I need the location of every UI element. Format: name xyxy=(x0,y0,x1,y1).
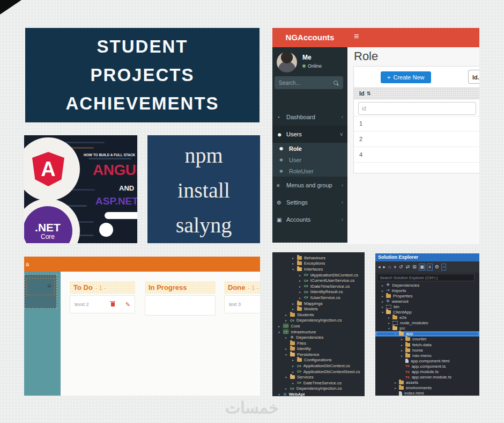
kanban-column-header-in-progress[interactable]: In Progress xyxy=(145,281,216,294)
tree-item-iapplicationdbcontext-cs[interactable]: ▸C#IApplicationDbContext.cs xyxy=(272,272,365,278)
tree-item-index-html[interactable]: index.html xyxy=(375,391,479,396)
solution-explorer-title[interactable]: Solution Explorer xyxy=(375,253,479,261)
column-picker-box[interactable]: Id. xyxy=(468,70,479,84)
tree-item-iidentityresult-cs[interactable]: ▸C#IIdentityResult.cs xyxy=(272,289,365,295)
solution-search-input[interactable] xyxy=(377,274,475,281)
collapsed-arrow-icon[interactable]: ▸ xyxy=(388,321,392,325)
tree-item-models[interactable]: ▸Models xyxy=(272,306,365,312)
kanban-card[interactable]: texxt 2✎ xyxy=(70,295,135,313)
search-icon[interactable] xyxy=(333,81,338,85)
collapsed-arrow-icon[interactable]: ▸ xyxy=(285,347,290,351)
collapsed-arrow-icon[interactable]: ▸ xyxy=(299,279,304,282)
sidebar-item-accounts[interactable]: ▣Accounts‹ xyxy=(272,211,347,228)
tree-item-mappings[interactable]: ▸Mappings xyxy=(272,301,365,307)
create-new-button[interactable]: + Create New xyxy=(381,71,431,83)
sidebar-subitem-user[interactable]: ◉User xyxy=(272,154,347,165)
tree-item-properties[interactable]: ▸Properties xyxy=(375,293,479,298)
tree-item-counter[interactable]: ▸counter xyxy=(375,337,479,342)
tree-item-dependencyinjection-cs[interactable]: ▸C#DependencyInjection.cs xyxy=(272,318,365,324)
collapsed-arrow-icon[interactable]: ▸ xyxy=(299,296,304,300)
collapsed-arrow-icon[interactable]: ▸ xyxy=(395,386,399,390)
expanded-arrow-icon[interactable]: ▾ xyxy=(292,267,297,271)
tree-item-app-component-ts[interactable]: TSapp.component.ts xyxy=(375,363,479,369)
tree-item-applicationdbcontext-cs[interactable]: ▸C#ApplicationDbContext.cs xyxy=(272,363,365,369)
table-row[interactable]: 4 xyxy=(354,147,479,163)
tree-item-home[interactable]: ▸home xyxy=(375,347,479,353)
tree-item-dependencyinjection-cs[interactable]: ▸C#DependencyInjection.cs xyxy=(272,386,365,392)
tree-item-src[interactable]: ▾src xyxy=(375,326,479,331)
expanded-arrow-icon[interactable]: ▾ xyxy=(388,326,392,330)
tree-item-idatetimeservice-cs[interactable]: ▸C#IDateTimeService.cs xyxy=(272,283,365,289)
pending-changes-icon[interactable]: ♦ xyxy=(394,264,397,270)
expanded-arrow-icon[interactable]: ▾ xyxy=(395,332,399,336)
kanban-card[interactable]: text 3✚ xyxy=(224,295,260,313)
collapsed-arrow-icon[interactable]: ▸ xyxy=(292,261,297,265)
id-column-header[interactable]: Id xyxy=(359,90,365,97)
tree-item-interfaces[interactable]: ▾Interfaces xyxy=(272,266,365,272)
table-header-row[interactable]: Id ⇅ xyxy=(354,87,479,99)
tree-item-bin[interactable]: ▸bin xyxy=(375,304,479,309)
collapsed-arrow-icon[interactable]: ▸ xyxy=(395,381,399,384)
tree-item-environments[interactable]: ▸environments xyxy=(375,385,479,391)
forward-icon[interactable]: ▸ xyxy=(383,264,387,270)
collapsed-arrow-icon[interactable]: ▸ xyxy=(292,358,297,362)
collapsed-arrow-icon[interactable]: ▸ xyxy=(382,289,386,293)
tree-item-webapi[interactable]: ▾⊕WebApi xyxy=(272,391,365,396)
tree-item-app-module-ts[interactable]: TSapp.module.ts xyxy=(375,369,479,375)
tree-item-dependencies[interactable]: ▸❖Dependencies xyxy=(272,334,365,340)
sidebar-item-users[interactable]: ☻Users∨ xyxy=(272,126,347,143)
collapsed-arrow-icon[interactable]: ▸ xyxy=(401,337,405,341)
tree-item-nav-menu[interactable]: ▸nav-menu xyxy=(375,353,479,358)
expanded-arrow-icon[interactable]: ▾ xyxy=(285,353,290,356)
collapsed-arrow-icon[interactable]: ▸ xyxy=(292,381,297,385)
kanban-card[interactable] xyxy=(145,295,216,316)
tree-item-students[interactable]: ▸Students xyxy=(272,312,365,318)
collapsed-arrow-icon[interactable]: ▸ xyxy=(401,354,405,358)
collapse-all-icon[interactable]: ∧ xyxy=(427,264,433,271)
tree-item-configurations[interactable]: ▸Configurations xyxy=(272,358,365,363)
tree-item-exceptions[interactable]: ▸Exceptions xyxy=(272,261,365,267)
collapsed-arrow-icon[interactable]: ▸ xyxy=(292,302,297,305)
tree-item-clientapp[interactable]: ▾ClientApp xyxy=(375,309,479,315)
collapsed-arrow-icon[interactable]: ▸ xyxy=(382,283,386,287)
tree-item-app-component-html[interactable]: app.component.html xyxy=(375,358,479,363)
tree-item-fetch-data[interactable]: ▸fetch-data xyxy=(375,342,479,347)
tree-item-icurrentuserservice-cs[interactable]: ▸C#ICurrentUserService.cs xyxy=(272,278,365,283)
expanded-arrow-icon[interactable]: ▾ xyxy=(382,310,386,314)
tree-item-iuserservice-cs[interactable]: ▸C#IUserService.cs xyxy=(272,295,365,301)
tree-item-node-modules[interactable]: ▸node_modules xyxy=(375,320,479,326)
avatar[interactable] xyxy=(277,52,297,72)
tree-item-app[interactable]: ▾app xyxy=(375,331,479,337)
hamburger-menu-icon[interactable]: ≡ xyxy=(354,32,359,41)
tree-item-applicationdbcontextseed-cs[interactable]: ▸C#ApplicationDbContextSeed.cs xyxy=(272,369,365,375)
collapsed-arrow-icon[interactable]: ▸ xyxy=(285,386,290,390)
tree-item-app-server-module-ts[interactable]: TSapp.server.module.ts xyxy=(375,375,479,380)
tree-item-wwwroot[interactable]: ▸⊕wwwroot xyxy=(375,298,479,304)
collapsed-arrow-icon[interactable]: ▸ xyxy=(401,348,405,352)
show-all-files-icon[interactable]: ▣ xyxy=(419,264,426,271)
collapsed-arrow-icon[interactable]: ▸ xyxy=(401,343,405,347)
home-icon[interactable]: ⌂ xyxy=(388,264,391,270)
tree-item-core[interactable]: ▸C#Core xyxy=(272,323,365,329)
wrench-icon[interactable]: ⚙ xyxy=(434,264,440,270)
tree-item-services[interactable]: ▾Services xyxy=(272,374,365,380)
tree-item-dependencies[interactable]: ▸❖Dependencies xyxy=(375,282,479,288)
kanban-sidebar-card[interactable]: ☺ xyxy=(24,274,57,309)
collapsed-arrow-icon[interactable]: ▸ xyxy=(285,336,290,339)
back-icon[interactable]: ◂ xyxy=(377,264,381,270)
expanded-arrow-icon[interactable]: ▾ xyxy=(285,375,290,379)
table-row[interactable]: 1 xyxy=(354,116,479,132)
collapsed-arrow-icon[interactable]: ▸ xyxy=(292,256,297,260)
history-icon[interactable]: ↺ xyxy=(398,264,404,270)
id-filter-input[interactable] xyxy=(358,102,476,115)
sync-with-active-icon[interactable]: ⇄ xyxy=(405,264,411,270)
collapsed-arrow-icon[interactable]: ▸ xyxy=(299,273,304,277)
tree-item-datetimeservice-cs[interactable]: ▸C#DateTimeService.cs xyxy=(272,380,365,386)
tree-item-infrastructure[interactable]: ▾C#Infrastructure xyxy=(272,329,365,335)
collapsed-arrow-icon[interactable]: ▸ xyxy=(292,364,297,368)
tree-item-files[interactable]: Files xyxy=(272,340,365,346)
table-row[interactable]: 2 xyxy=(354,132,479,147)
sidebar-item-dashboard[interactable]: ◔Dashboard‹ xyxy=(272,108,347,126)
tree-item-identity[interactable]: ▸Identity xyxy=(272,346,365,352)
collapsed-arrow-icon[interactable]: ▸ xyxy=(299,285,304,288)
